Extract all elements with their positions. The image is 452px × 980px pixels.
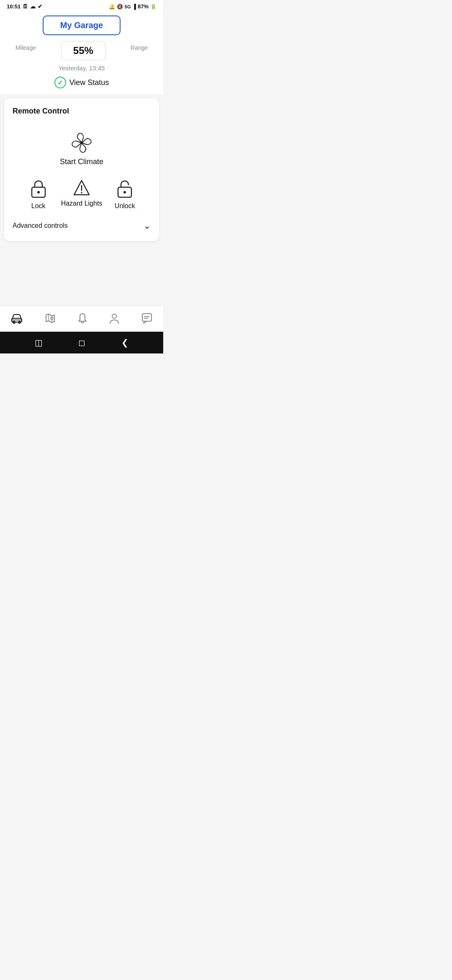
signal-icon: ▐ [132,4,136,10]
view-status-label: View Status [69,78,109,87]
bottom-nav [0,306,163,332]
timestamp: Yesterday, 13:45 [59,64,105,72]
alarm-icon: 🔔 [109,4,115,10]
climate-label: Start Climate [60,157,103,166]
battery-text: 87% [138,3,149,10]
status-check-icon: ✓ [54,77,66,88]
nav-item-bell[interactable] [77,312,88,324]
status-bar: 10:51 🗓 ☁ ✔ 🔔 🔇 5G ▐ 87% 🔋 [0,0,163,11]
battery-section: Mileage 55% Range Yesterday, 13:45 ✓ Vie… [0,41,163,94]
time-text: 10:51 [7,3,21,10]
my-garage-button[interactable]: My Garage [43,15,121,35]
bell-icon [77,312,88,324]
range-label: Range [131,41,148,51]
status-time: 10:51 🗓 ☁ ✔ [7,3,42,10]
hazard-icon [73,179,90,196]
start-climate-section[interactable]: Start Climate [13,128,151,166]
android-recent-icon[interactable]: ◫ [35,338,43,348]
android-home-icon[interactable]: ◻ [78,338,85,348]
controls-row: Lock Hazard Lights Unlock [13,179,151,210]
cloud-icon: ☁ [30,3,36,10]
chat-icon [141,312,153,324]
battery-percentage: 55% [61,41,105,60]
unlock-button[interactable]: Unlock [103,179,146,210]
svg-point-7 [123,191,126,193]
header: My Garage [0,11,163,41]
android-nav-bar: ◫ ◻ ❮ [0,332,163,353]
calendar-icon: 🗓 [23,3,28,10]
remote-control-title: Remote Control [13,107,151,116]
unlock-icon [116,179,134,199]
status-right-icons: 🔔 🔇 5G ▐ 87% 🔋 [109,3,157,10]
mute-icon: 🔇 [117,4,123,10]
unlock-label: Unlock [115,202,135,210]
advanced-controls-label: Advanced controls [13,222,68,230]
nav-item-car[interactable] [10,312,23,324]
map-icon [44,312,56,324]
battery-tabs: Mileage 55% Range [0,41,163,60]
chevron-down-icon: ⌄ [144,221,151,231]
5g-icon: 5G [125,4,131,9]
fan-icon [67,128,96,157]
person-icon [109,312,120,324]
nav-item-person[interactable] [109,312,120,324]
nav-item-map[interactable] [44,312,56,324]
lock-icon [30,179,47,199]
lock-label: Lock [31,202,46,210]
lock-button[interactable]: Lock [17,179,60,210]
android-back-icon[interactable]: ❮ [121,338,128,348]
battery-icon: 🔋 [150,4,157,10]
view-status-button[interactable]: ✓ View Status [54,77,109,88]
hazard-label: Hazard Lights [61,200,103,207]
hazard-button[interactable]: Hazard Lights [60,179,103,207]
remote-control-card: Remote Control Start Climate [4,98,159,241]
advanced-controls-button[interactable]: Advanced controls ⌄ [13,217,151,231]
svg-point-15 [112,314,116,318]
svg-point-5 [81,192,82,193]
nav-item-chat[interactable] [141,312,153,324]
svg-point-0 [80,142,83,144]
check-icon: ✔ [38,3,42,10]
svg-rect-16 [142,314,152,321]
mileage-label: Mileage [15,41,36,51]
car-icon [10,312,23,324]
svg-point-2 [37,191,40,193]
